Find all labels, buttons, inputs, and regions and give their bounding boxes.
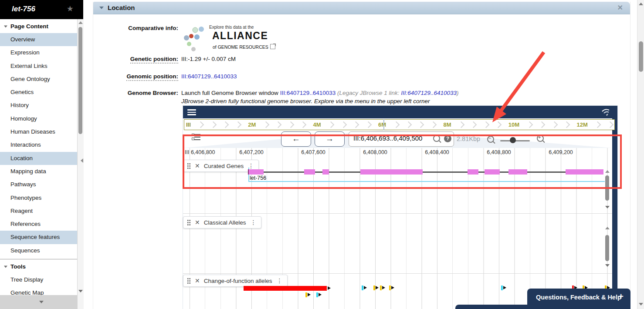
chromosome-overview-ruler[interactable]: III2M4M6M8M10M12M: [184, 119, 615, 130]
sidebar-item-history[interactable]: History: [0, 99, 77, 112]
sidebar-item-human-diseases[interactable]: Human Diseases: [0, 125, 77, 138]
search-input[interactable]: [353, 134, 428, 142]
search-help-icon[interactable]: ?: [444, 135, 451, 142]
drag-handle-icon[interactable]: [187, 278, 191, 284]
sidebar-item-location[interactable]: Location: [0, 152, 77, 165]
sidebar-item-mapping-data[interactable]: Mapping data: [0, 165, 77, 178]
track-selector-icon[interactable]: [192, 134, 200, 141]
track-scroll-up-icon[interactable]: [605, 170, 610, 173]
chevron-right-icon: [365, 121, 372, 128]
sidebar-scrollbar-thumb[interactable]: [78, 27, 82, 134]
plus-icon: +: [618, 292, 624, 302]
sidebar-scrollbar[interactable]: [77, 19, 84, 309]
gene-exon[interactable]: [304, 169, 315, 175]
sidebar-item-external-links[interactable]: External Links: [0, 60, 77, 73]
sidebar-item-homology[interactable]: Homology: [0, 112, 77, 125]
chevron-right-icon: [222, 121, 229, 128]
genome-browser-label: Genome Browser:: [93, 90, 178, 96]
zoom-slider-handle[interactable]: [510, 137, 516, 143]
drag-handle-icon[interactable]: [187, 163, 191, 169]
scroll-up-icon[interactable]: [78, 21, 83, 24]
gene-exon[interactable]: [485, 169, 500, 175]
zoom-out-icon[interactable]: −: [487, 136, 494, 143]
allele-tick-cyan[interactable]: [362, 285, 363, 290]
allele-tick-cyan[interactable]: [316, 292, 318, 297]
allele-tick-yellow[interactable]: [389, 285, 391, 290]
scroll-down-icon[interactable]: [78, 290, 83, 292]
allele-tick-cyan[interactable]: [501, 285, 503, 290]
close-track-icon[interactable]: ✕: [195, 277, 200, 284]
track-scrollbar-thumb[interactable]: [605, 175, 609, 201]
location-header-bar[interactable]: Location ✕: [93, 2, 630, 14]
genomic-position-link[interactable]: III:6407129..6410033: [181, 73, 237, 80]
gene-exon[interactable]: [468, 169, 478, 175]
genetic-position-label: Genetic position:: [93, 56, 178, 62]
allele-arrow-icon: [364, 286, 367, 289]
sidebar-item-pathways[interactable]: Pathways: [0, 178, 77, 191]
feedback-button[interactable]: Questions, Feedback & Help +: [527, 289, 630, 309]
gene-exon[interactable]: [566, 169, 603, 175]
genetic-position-value: III:-1.29 +/- 0.007 cM: [181, 56, 236, 62]
sidebar-item-phenotypes[interactable]: Phenotypes: [0, 191, 77, 205]
sidebar-item-sequence-features[interactable]: Sequence features: [0, 231, 77, 244]
allele-tick-yellow[interactable]: [380, 285, 382, 290]
close-track-icon[interactable]: ✕: [195, 162, 200, 169]
gene-exon[interactable]: [508, 169, 527, 175]
section-collapse-icon[interactable]: [4, 26, 7, 28]
track-scroll-down-icon[interactable]: [605, 264, 610, 267]
allele-arrow-icon: [382, 286, 385, 289]
track-label-change-of-function[interactable]: ✕ Change-of-function alleles ⋮: [183, 275, 288, 287]
collapse-triangle-icon[interactable]: [99, 7, 104, 9]
sidebar-item-references[interactable]: References: [0, 218, 77, 231]
chevron-right-icon: [594, 121, 601, 128]
track-scrollbar-thumb[interactable]: [605, 235, 609, 261]
star-icon[interactable]: ★: [67, 4, 74, 13]
tools-header[interactable]: Tools: [0, 260, 77, 273]
sidebar-item-gene-ontology[interactable]: Gene Ontology: [0, 73, 77, 86]
sidebar-item-reagent[interactable]: Reagent: [0, 205, 77, 218]
sidebar-item-sequences[interactable]: Sequences: [0, 244, 77, 257]
page-scroll-up-icon[interactable]: [639, 3, 643, 5]
alliance-logo[interactable]: Explore this data at the ALLIANCE of GEN…: [180, 21, 281, 54]
deletion-allele-bar[interactable]: [244, 286, 327, 291]
sidebar-item-overview[interactable]: Overview: [0, 33, 77, 46]
track-menu-icon[interactable]: ⋮: [277, 277, 283, 284]
ruler-tick-label: 6,407,600: [298, 149, 328, 155]
launch-link[interactable]: III:6407129..6410033: [280, 90, 336, 96]
location-search-box[interactable]: ?: [349, 131, 454, 147]
close-track-icon[interactable]: ✕: [195, 219, 200, 226]
sidebar-expand-icon[interactable]: [39, 301, 44, 303]
page-content-header[interactable]: Page Content: [0, 20, 77, 33]
page-scroll-down-icon[interactable]: [639, 303, 643, 306]
menu-icon[interactable]: [187, 109, 196, 117]
section-collapse-icon[interactable]: [4, 266, 7, 268]
page-scrollbar-thumb[interactable]: [639, 41, 643, 72]
forward-button[interactable]: →: [315, 131, 345, 147]
track-scroll-up-icon[interactable]: [605, 227, 610, 229]
track-scroll-down-icon[interactable]: [605, 206, 610, 208]
gene-exon[interactable]: [322, 169, 329, 175]
drag-handle-icon[interactable]: [187, 219, 191, 226]
zoom-in-icon[interactable]: +: [537, 135, 544, 142]
allele-tick-yellow[interactable]: [373, 285, 375, 290]
chevron-right-icon: [563, 121, 570, 128]
sidebar-collapse-icon[interactable]: [81, 158, 83, 163]
track-label-classical-alleles[interactable]: ✕ Classical Alleles ⋮: [183, 216, 261, 228]
gene-exon[interactable]: [360, 169, 423, 175]
back-button[interactable]: ←: [281, 131, 311, 147]
feedback-label: Questions, Feedback & Help: [536, 294, 621, 301]
sidebar-item-expression[interactable]: Expression: [0, 46, 77, 59]
pan-gesture-icon[interactable]: [601, 108, 610, 117]
external-link-icon: [270, 44, 275, 49]
sidebar-item-tree-display[interactable]: Tree Display: [0, 273, 77, 286]
track-menu-icon[interactable]: ⋮: [251, 219, 257, 226]
search-icon[interactable]: [433, 135, 440, 142]
chevron-right-icon: [526, 121, 533, 128]
close-icon[interactable]: ✕: [617, 3, 623, 12]
gene-exon[interactable]: [249, 169, 264, 175]
sidebar-item-genetics[interactable]: Genetics: [0, 86, 77, 99]
page-scrollbar[interactable]: [637, 0, 644, 309]
sidebar-item-interactions[interactable]: Interactions: [0, 138, 77, 151]
legacy-link[interactable]: III:6407129..6410033: [401, 90, 457, 96]
allele-tick-yellow[interactable]: [305, 292, 307, 297]
